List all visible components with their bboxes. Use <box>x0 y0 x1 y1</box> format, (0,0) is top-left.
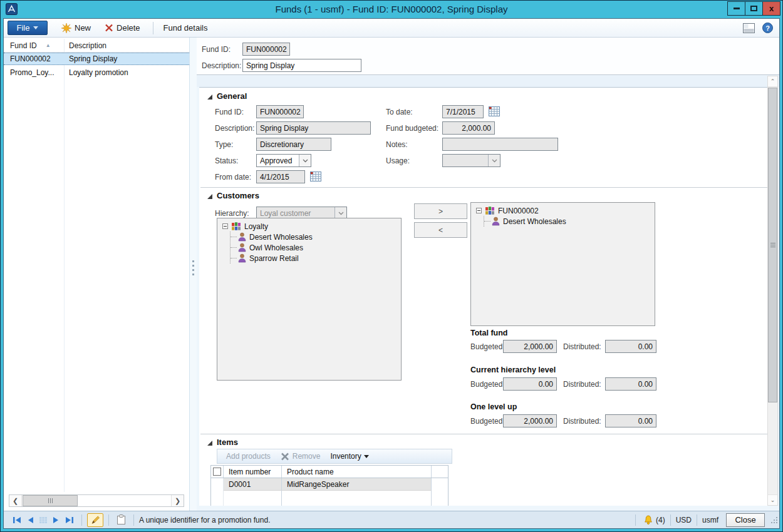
sort-ascending-icon: ▲ <box>46 41 51 52</box>
horizontal-scroll-thumb[interactable] <box>23 495 78 506</box>
hierarchy-group-icon <box>231 222 241 231</box>
calendar-icon[interactable] <box>489 106 500 116</box>
first-record-button[interactable] <box>13 516 21 524</box>
new-label: New <box>75 23 91 33</box>
calendar-icon[interactable] <box>310 171 321 182</box>
section-items-label: Items <box>217 437 238 447</box>
tree-node-customer[interactable]: Owl Wholesales <box>231 242 401 253</box>
company-indicator[interactable]: usmf <box>702 516 718 524</box>
close-window-button[interactable]: x <box>762 1 780 16</box>
file-menu-label: File <box>17 23 30 33</box>
distributed-label: Distributed: <box>563 417 601 426</box>
inventory-menu-button[interactable]: Inventory <box>330 452 368 461</box>
pencil-icon <box>90 515 100 525</box>
file-menu-button[interactable]: File <box>8 21 48 35</box>
tree-node-root[interactable]: Loyalty <box>222 221 401 232</box>
scroll-left-arrow[interactable]: ❮ <box>9 495 22 506</box>
vertical-scroll-thumb[interactable] <box>768 88 777 402</box>
usage-label: Usage: <box>386 156 410 165</box>
column-header-product-name[interactable]: Product name <box>282 466 432 478</box>
statusbar-separator <box>635 514 636 526</box>
status-message: A unique identifier for a promotion fund… <box>139 516 270 524</box>
currency-indicator[interactable]: USD <box>676 516 692 524</box>
chevron-down-icon[interactable] <box>299 155 311 166</box>
items-grid-empty-row[interactable] <box>211 491 448 506</box>
tree-node-root[interactable]: FUN000002 <box>476 205 655 216</box>
new-button[interactable]: New <box>61 23 91 33</box>
item-number-cell <box>224 491 282 506</box>
tree-node-customer[interactable]: Desert Wholesales <box>231 232 401 242</box>
budgeted-label: Budgeted: <box>470 380 505 389</box>
move-left-button[interactable]: < <box>414 222 467 238</box>
fund-list-row-selected[interactable]: FUN000002 Spring Display <box>4 53 189 65</box>
items-grid: Item number Product name D0001 MidRangeS… <box>210 465 449 506</box>
fund-details-button[interactable]: Fund details <box>163 23 208 33</box>
to-date-field: 7/1/2015 <box>442 105 484 118</box>
svg-text:?: ? <box>765 24 770 32</box>
scroll-up-arrow[interactable]: ⌃ <box>768 76 777 87</box>
column-header-item-number[interactable]: Item number <box>224 466 282 478</box>
minimize-button[interactable] <box>727 1 745 16</box>
last-record-button[interactable] <box>65 516 74 524</box>
previous-record-button[interactable] <box>26 516 34 524</box>
fund-id-cell: FUN000002 <box>4 54 64 63</box>
column-header-fund-id[interactable]: Fund ID ▲ <box>4 39 64 52</box>
layout-pane-icon[interactable] <box>743 23 755 33</box>
delete-button[interactable]: Delete <box>105 23 140 33</box>
row-select-cell[interactable] <box>211 478 224 491</box>
panel-splitter[interactable] <box>189 38 197 511</box>
delete-x-icon <box>105 24 113 32</box>
remove-x-icon <box>281 453 289 461</box>
tree-node-customer[interactable]: Desert Wholesales <box>484 216 655 227</box>
collapse-icon[interactable] <box>222 223 228 229</box>
inventory-label: Inventory <box>330 452 361 461</box>
customer-name: Desert Wholesales <box>249 233 313 242</box>
description-field[interactable]: Spring Display <box>242 59 361 72</box>
maximize-button[interactable] <box>745 1 763 16</box>
total-fund-budgeted-field: 2,000.00 <box>503 340 557 353</box>
delete-label: Delete <box>117 23 140 33</box>
move-right-button[interactable]: > <box>414 203 467 219</box>
description-cell: Spring Display <box>64 54 189 63</box>
column-divider <box>64 39 65 492</box>
fund-list-row[interactable]: Promo_Loy... Loyalty promotion <box>4 66 189 79</box>
status-bar: A unique identifier for a promotion fund… <box>4 511 779 528</box>
column-header-description[interactable]: Description <box>64 39 189 52</box>
person-icon <box>238 253 246 263</box>
row-select-cell <box>211 491 224 506</box>
general-fund-id-label: Fund ID: <box>215 108 244 116</box>
general-description-field: Spring Display <box>256 121 371 135</box>
extra-cell <box>432 478 448 491</box>
resize-grip[interactable] <box>771 517 777 523</box>
notifications-button[interactable] <box>643 515 653 525</box>
section-divider <box>200 434 770 434</box>
attachments-button[interactable] <box>117 514 126 525</box>
tree-node-customer[interactable]: Sparrow Retail <box>231 253 401 263</box>
remove-label: Remove <box>293 452 321 461</box>
edit-mode-button[interactable] <box>87 513 103 527</box>
items-grid-row[interactable]: D0001 MidRangeSpeaker <box>211 478 448 491</box>
scroll-right-arrow[interactable]: ❯ <box>171 495 184 506</box>
help-icon[interactable]: ? <box>762 23 773 33</box>
section-general[interactable]: General <box>207 91 247 101</box>
vertical-scrollbar[interactable]: ⌃ ⌄ <box>767 76 778 506</box>
available-customers-tree: Loyalty Desert Wholesales <box>217 218 402 381</box>
close-form-button[interactable]: Close <box>726 513 765 527</box>
status-combobox[interactable]: Approved <box>256 154 311 167</box>
section-items[interactable]: Items <box>207 437 238 447</box>
general-description-label: Description: <box>215 124 254 133</box>
horizontal-scrollbar[interactable]: ❮ ❯ <box>9 494 184 507</box>
select-all-checkbox[interactable] <box>213 468 221 476</box>
select-all-cell <box>211 466 224 478</box>
one-level-up-budgeted-field: 2,000.00 <box>503 414 557 427</box>
section-expanded-icon <box>207 95 212 100</box>
scroll-down-arrow[interactable]: ⌄ <box>768 494 777 505</box>
grid-view-icon[interactable] <box>39 516 48 524</box>
collapse-icon[interactable] <box>476 208 482 213</box>
hierarchy-group-icon <box>485 207 495 215</box>
tree-root-label: FUN000002 <box>498 207 539 215</box>
maximize-icon <box>750 6 757 11</box>
section-customers[interactable]: Customers <box>207 191 259 200</box>
next-record-button[interactable] <box>53 516 60 524</box>
fund-id-cell: Promo_Loy... <box>4 68 64 77</box>
